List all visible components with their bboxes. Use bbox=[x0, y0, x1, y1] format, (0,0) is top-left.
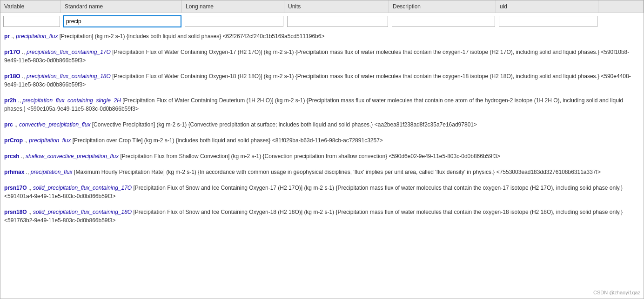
filter-standard-input[interactable] bbox=[64, 16, 181, 27]
var-link-prsn17O[interactable]: prsn17O bbox=[4, 185, 27, 191]
header-units: Units bbox=[284, 0, 389, 13]
filter-extra-cell bbox=[599, 15, 643, 28]
var-link-pr[interactable]: pr bbox=[4, 33, 10, 40]
standard-link-prhmax[interactable]: precipitation_flux bbox=[31, 169, 73, 175]
filter-variable-input[interactable] bbox=[3, 16, 60, 27]
filter-long-input[interactable] bbox=[185, 16, 283, 27]
list-item: prcsh ., shallow_convective_precipitatio… bbox=[4, 152, 640, 161]
standard-link-prCrop[interactable]: precipitation_flux bbox=[29, 137, 71, 144]
header-standard: Standard name bbox=[61, 0, 182, 13]
standard-link-prsn18O[interactable]: solid_precipitation_flux_containing_18O bbox=[33, 209, 132, 215]
content-area[interactable]: pr ., precipitation_flux [Precipitation]… bbox=[0, 30, 644, 299]
list-item: pr18O ., precipitation_flux_containing_1… bbox=[4, 72, 640, 90]
var-link-prsn18O[interactable]: prsn18O bbox=[4, 209, 27, 215]
filter-long-cell bbox=[183, 15, 285, 28]
var-link-prc[interactable]: prc bbox=[4, 121, 13, 128]
standard-link-prcsh[interactable]: shallow_convective_precipitation_flux bbox=[26, 153, 119, 159]
list-item: prCrop ., precipitation_flux [Precipitat… bbox=[4, 136, 640, 146]
var-link-pr2h[interactable]: pr2h bbox=[4, 97, 16, 104]
filter-standard-cell bbox=[62, 15, 183, 28]
var-link-pr17O[interactable]: pr17O bbox=[4, 49, 20, 55]
filter-uid-cell bbox=[497, 15, 599, 28]
filter-variable-cell bbox=[1, 15, 62, 28]
header-description: Description bbox=[389, 0, 496, 13]
filter-row bbox=[0, 13, 644, 30]
var-link-pr18O[interactable]: pr18O bbox=[4, 73, 20, 80]
standard-link-prsn17O[interactable]: solid_precipitation_flux_containing_17O bbox=[33, 185, 132, 191]
header-variable: Variable bbox=[0, 0, 61, 13]
standard-link-pr2h[interactable]: precipitation_flux_containing_single_2H bbox=[22, 97, 121, 104]
filter-units-cell bbox=[285, 15, 390, 28]
header-long: Long name bbox=[182, 0, 284, 13]
list-item: prc ., convective_precipitation_flux [Co… bbox=[4, 120, 640, 130]
header-row: Variable Standard name Long name Units D… bbox=[0, 0, 644, 13]
standard-link-prc[interactable]: convective_precipitation_flux bbox=[19, 121, 90, 128]
var-link-prcsh[interactable]: prcsh bbox=[4, 153, 20, 159]
header-uid: uid bbox=[496, 0, 598, 13]
list-item: prhmax ., precipitation_flux [Maximum Ho… bbox=[4, 168, 640, 177]
standard-link-pr[interactable]: precipitation_flux bbox=[16, 33, 58, 40]
list-item: prsn17O ., solid_precipitation_flux_cont… bbox=[4, 184, 640, 201]
var-link-prhmax[interactable]: prhmax bbox=[4, 169, 24, 175]
main-container: Variable Standard name Long name Units D… bbox=[0, 0, 644, 299]
standard-link-pr18O[interactable]: precipitation_flux_containing_18O bbox=[27, 73, 111, 80]
filter-description-cell bbox=[390, 15, 497, 28]
filter-uid-input[interactable] bbox=[499, 16, 597, 27]
list-item: pr ., precipitation_flux [Precipitation]… bbox=[4, 32, 640, 41]
standard-link-pr17O[interactable]: precipitation_flux_containing_17O bbox=[27, 49, 111, 55]
filter-description-input[interactable] bbox=[392, 16, 495, 27]
header-extra bbox=[598, 0, 644, 13]
var-link-prCrop[interactable]: prCrop bbox=[4, 137, 23, 144]
filter-units-input[interactable] bbox=[287, 16, 388, 27]
list-item: prsn18O ., solid_precipitation_flux_cont… bbox=[4, 208, 640, 226]
list-item: pr2h ., precipitation_flux_containing_si… bbox=[4, 96, 640, 114]
list-item: pr17O ., precipitation_flux_containing_1… bbox=[4, 48, 640, 66]
watermark: CSDN @zhaoyi1qaz bbox=[593, 290, 640, 295]
